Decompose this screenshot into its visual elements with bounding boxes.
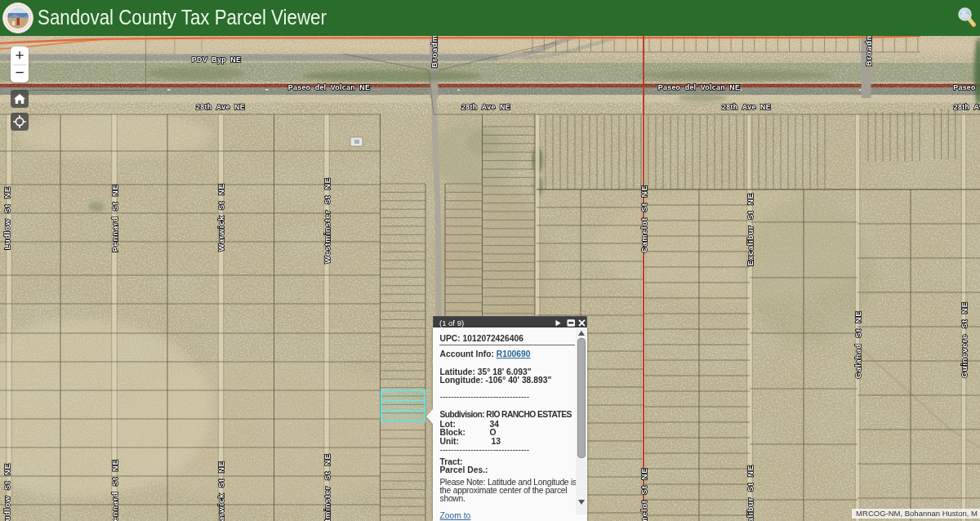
- svg-text:Camelot St NE: Camelot St NE: [639, 185, 648, 253]
- svg-text:Paseo del Volcan NE: Paseo del Volcan NE: [288, 83, 370, 91]
- svg-text:PDV Byp NE: PDV Byp NE: [192, 56, 241, 64]
- svg-text:Guinevere St NE: Guinevere St NE: [960, 301, 969, 377]
- svg-text:Ludlow St NE: Ludlow St NE: [2, 463, 11, 521]
- svg-text:28th Av: 28th Av: [954, 103, 980, 111]
- svg-text:Galahad St NE: Galahad St NE: [853, 311, 862, 379]
- svg-text:Warwick St NE: Warwick St NE: [216, 461, 225, 521]
- svg-text:Westminster St NE: Westminster St NE: [323, 453, 332, 521]
- svg-text:Ludlow St NE: Ludlow St NE: [2, 186, 11, 250]
- svg-text:28th Ave NE: 28th Ave NE: [196, 103, 245, 111]
- svg-text:Excalibur St NE: Excalibur St NE: [746, 193, 755, 266]
- svg-text:Excalibur St NE: Excalibur St NE: [746, 465, 755, 521]
- svg-text:Westminster St NE: Westminster St NE: [323, 177, 332, 263]
- svg-text:Camelot St NE: Camelot St NE: [639, 468, 648, 521]
- svg-text:Warwick St NE: Warwick St NE: [216, 183, 225, 251]
- svg-text:28th Ave NE: 28th Ave NE: [461, 103, 510, 111]
- svg-text:Paseo del Volcan NE: Paseo del Volcan NE: [658, 83, 740, 91]
- svg-text:28th Ave NE: 28th Ave NE: [722, 103, 771, 111]
- svg-text:Paseo: Paseo: [953, 83, 976, 91]
- svg-text:Pennard St NE: Pennard St NE: [110, 184, 119, 252]
- svg-text:Pennard St NE: Pennard St NE: [110, 459, 119, 521]
